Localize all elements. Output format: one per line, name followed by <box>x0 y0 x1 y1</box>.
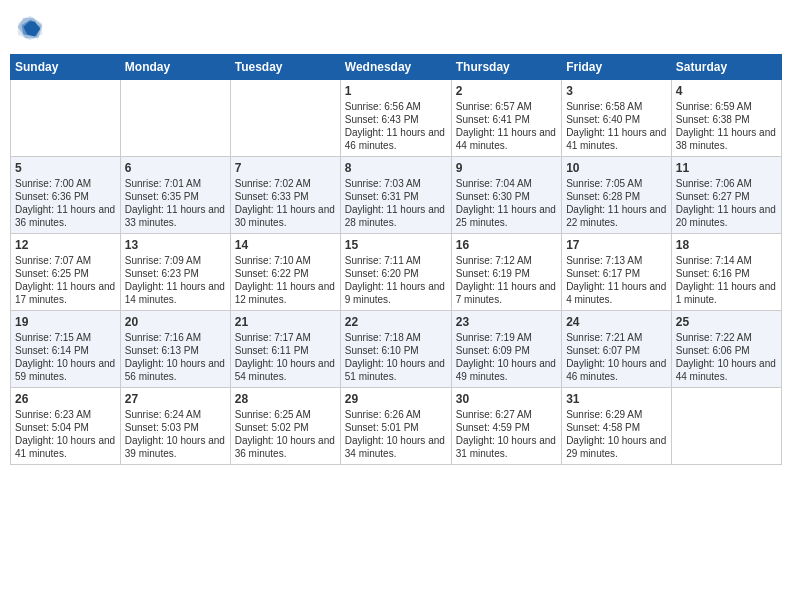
weekday-header-sunday: Sunday <box>11 55 121 80</box>
day-number: 31 <box>566 392 667 406</box>
day-number: 12 <box>15 238 116 252</box>
calendar-cell: 31Sunrise: 6:29 AM Sunset: 4:58 PM Dayli… <box>562 388 672 465</box>
day-info: Sunrise: 7:16 AM Sunset: 6:13 PM Dayligh… <box>125 331 226 383</box>
day-info: Sunrise: 7:03 AM Sunset: 6:31 PM Dayligh… <box>345 177 447 229</box>
calendar-cell: 10Sunrise: 7:05 AM Sunset: 6:28 PM Dayli… <box>562 157 672 234</box>
weekday-header-monday: Monday <box>120 55 230 80</box>
calendar-cell: 22Sunrise: 7:18 AM Sunset: 6:10 PM Dayli… <box>340 311 451 388</box>
calendar-cell: 7Sunrise: 7:02 AM Sunset: 6:33 PM Daylig… <box>230 157 340 234</box>
day-info: Sunrise: 7:18 AM Sunset: 6:10 PM Dayligh… <box>345 331 447 383</box>
calendar-cell: 5Sunrise: 7:00 AM Sunset: 6:36 PM Daylig… <box>11 157 121 234</box>
day-number: 26 <box>15 392 116 406</box>
calendar-cell: 26Sunrise: 6:23 AM Sunset: 5:04 PM Dayli… <box>11 388 121 465</box>
calendar-cell: 8Sunrise: 7:03 AM Sunset: 6:31 PM Daylig… <box>340 157 451 234</box>
calendar-table: SundayMondayTuesdayWednesdayThursdayFrid… <box>10 54 782 465</box>
day-info: Sunrise: 7:01 AM Sunset: 6:35 PM Dayligh… <box>125 177 226 229</box>
calendar-cell: 3Sunrise: 6:58 AM Sunset: 6:40 PM Daylig… <box>562 80 672 157</box>
day-number: 21 <box>235 315 336 329</box>
weekday-header-tuesday: Tuesday <box>230 55 340 80</box>
day-number: 11 <box>676 161 777 175</box>
day-number: 24 <box>566 315 667 329</box>
day-number: 30 <box>456 392 557 406</box>
calendar-row: 26Sunrise: 6:23 AM Sunset: 5:04 PM Dayli… <box>11 388 782 465</box>
day-number: 25 <box>676 315 777 329</box>
weekday-header-saturday: Saturday <box>671 55 781 80</box>
calendar-cell: 1Sunrise: 6:56 AM Sunset: 6:43 PM Daylig… <box>340 80 451 157</box>
day-number: 6 <box>125 161 226 175</box>
day-info: Sunrise: 6:59 AM Sunset: 6:38 PM Dayligh… <box>676 100 777 152</box>
calendar-cell: 20Sunrise: 7:16 AM Sunset: 6:13 PM Dayli… <box>120 311 230 388</box>
day-number: 4 <box>676 84 777 98</box>
day-number: 27 <box>125 392 226 406</box>
day-info: Sunrise: 7:13 AM Sunset: 6:17 PM Dayligh… <box>566 254 667 306</box>
calendar-cell: 17Sunrise: 7:13 AM Sunset: 6:17 PM Dayli… <box>562 234 672 311</box>
weekday-header-wednesday: Wednesday <box>340 55 451 80</box>
day-number: 10 <box>566 161 667 175</box>
day-info: Sunrise: 7:14 AM Sunset: 6:16 PM Dayligh… <box>676 254 777 306</box>
day-number: 9 <box>456 161 557 175</box>
day-info: Sunrise: 6:58 AM Sunset: 6:40 PM Dayligh… <box>566 100 667 152</box>
day-number: 28 <box>235 392 336 406</box>
day-number: 22 <box>345 315 447 329</box>
calendar-row: 12Sunrise: 7:07 AM Sunset: 6:25 PM Dayli… <box>11 234 782 311</box>
day-number: 23 <box>456 315 557 329</box>
day-info: Sunrise: 7:06 AM Sunset: 6:27 PM Dayligh… <box>676 177 777 229</box>
day-info: Sunrise: 7:15 AM Sunset: 6:14 PM Dayligh… <box>15 331 116 383</box>
day-info: Sunrise: 7:19 AM Sunset: 6:09 PM Dayligh… <box>456 331 557 383</box>
calendar-cell <box>11 80 121 157</box>
calendar-cell: 14Sunrise: 7:10 AM Sunset: 6:22 PM Dayli… <box>230 234 340 311</box>
day-number: 13 <box>125 238 226 252</box>
day-number: 17 <box>566 238 667 252</box>
calendar-cell: 30Sunrise: 6:27 AM Sunset: 4:59 PM Dayli… <box>451 388 561 465</box>
day-number: 1 <box>345 84 447 98</box>
calendar-cell: 21Sunrise: 7:17 AM Sunset: 6:11 PM Dayli… <box>230 311 340 388</box>
day-info: Sunrise: 6:57 AM Sunset: 6:41 PM Dayligh… <box>456 100 557 152</box>
weekday-header-row: SundayMondayTuesdayWednesdayThursdayFrid… <box>11 55 782 80</box>
logo <box>14 14 46 46</box>
day-number: 20 <box>125 315 226 329</box>
day-info: Sunrise: 7:21 AM Sunset: 6:07 PM Dayligh… <box>566 331 667 383</box>
calendar-cell: 9Sunrise: 7:04 AM Sunset: 6:30 PM Daylig… <box>451 157 561 234</box>
calendar-cell: 12Sunrise: 7:07 AM Sunset: 6:25 PM Dayli… <box>11 234 121 311</box>
day-number: 29 <box>345 392 447 406</box>
day-info: Sunrise: 7:02 AM Sunset: 6:33 PM Dayligh… <box>235 177 336 229</box>
calendar-cell <box>671 388 781 465</box>
calendar-cell: 4Sunrise: 6:59 AM Sunset: 6:38 PM Daylig… <box>671 80 781 157</box>
day-number: 14 <box>235 238 336 252</box>
calendar-cell: 16Sunrise: 7:12 AM Sunset: 6:19 PM Dayli… <box>451 234 561 311</box>
day-info: Sunrise: 7:05 AM Sunset: 6:28 PM Dayligh… <box>566 177 667 229</box>
day-number: 18 <box>676 238 777 252</box>
day-info: Sunrise: 6:23 AM Sunset: 5:04 PM Dayligh… <box>15 408 116 460</box>
day-info: Sunrise: 7:09 AM Sunset: 6:23 PM Dayligh… <box>125 254 226 306</box>
day-info: Sunrise: 6:26 AM Sunset: 5:01 PM Dayligh… <box>345 408 447 460</box>
calendar-cell: 29Sunrise: 6:26 AM Sunset: 5:01 PM Dayli… <box>340 388 451 465</box>
calendar-cell: 18Sunrise: 7:14 AM Sunset: 6:16 PM Dayli… <box>671 234 781 311</box>
day-number: 19 <box>15 315 116 329</box>
day-info: Sunrise: 7:00 AM Sunset: 6:36 PM Dayligh… <box>15 177 116 229</box>
calendar-cell: 23Sunrise: 7:19 AM Sunset: 6:09 PM Dayli… <box>451 311 561 388</box>
calendar-row: 5Sunrise: 7:00 AM Sunset: 6:36 PM Daylig… <box>11 157 782 234</box>
day-number: 2 <box>456 84 557 98</box>
calendar-row: 19Sunrise: 7:15 AM Sunset: 6:14 PM Dayli… <box>11 311 782 388</box>
page-header <box>10 10 782 46</box>
weekday-header-friday: Friday <box>562 55 672 80</box>
day-info: Sunrise: 7:04 AM Sunset: 6:30 PM Dayligh… <box>456 177 557 229</box>
day-number: 3 <box>566 84 667 98</box>
calendar-cell: 25Sunrise: 7:22 AM Sunset: 6:06 PM Dayli… <box>671 311 781 388</box>
calendar-cell: 6Sunrise: 7:01 AM Sunset: 6:35 PM Daylig… <box>120 157 230 234</box>
day-info: Sunrise: 7:10 AM Sunset: 6:22 PM Dayligh… <box>235 254 336 306</box>
day-info: Sunrise: 6:27 AM Sunset: 4:59 PM Dayligh… <box>456 408 557 460</box>
day-number: 5 <box>15 161 116 175</box>
logo-icon <box>16 14 44 42</box>
calendar-cell: 19Sunrise: 7:15 AM Sunset: 6:14 PM Dayli… <box>11 311 121 388</box>
calendar-cell: 27Sunrise: 6:24 AM Sunset: 5:03 PM Dayli… <box>120 388 230 465</box>
calendar-cell <box>120 80 230 157</box>
calendar-cell: 2Sunrise: 6:57 AM Sunset: 6:41 PM Daylig… <box>451 80 561 157</box>
calendar-cell: 13Sunrise: 7:09 AM Sunset: 6:23 PM Dayli… <box>120 234 230 311</box>
calendar-cell: 24Sunrise: 7:21 AM Sunset: 6:07 PM Dayli… <box>562 311 672 388</box>
calendar-cell: 15Sunrise: 7:11 AM Sunset: 6:20 PM Dayli… <box>340 234 451 311</box>
day-info: Sunrise: 6:25 AM Sunset: 5:02 PM Dayligh… <box>235 408 336 460</box>
weekday-header-thursday: Thursday <box>451 55 561 80</box>
day-number: 7 <box>235 161 336 175</box>
day-info: Sunrise: 7:11 AM Sunset: 6:20 PM Dayligh… <box>345 254 447 306</box>
